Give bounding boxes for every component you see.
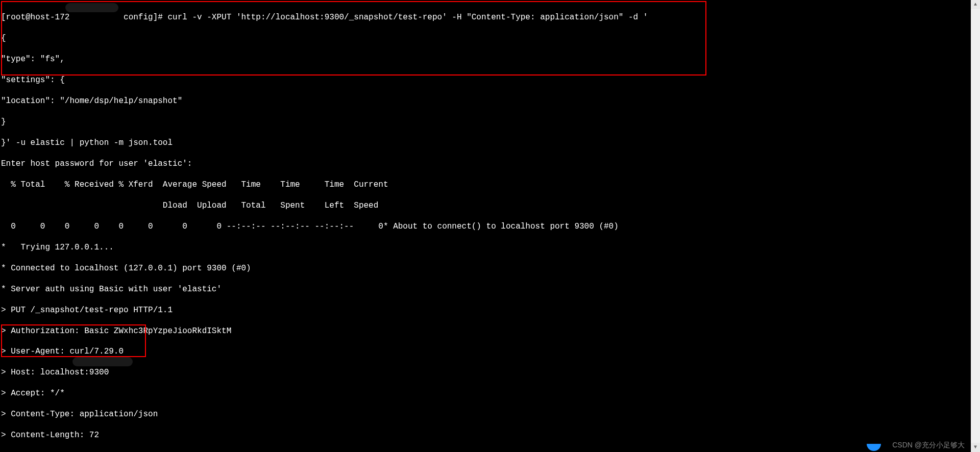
terminal-line: }' -u elastic | python -m json.tool xyxy=(1,138,979,148)
terminal-line: Enter host password for user 'elastic': xyxy=(1,159,979,169)
terminal-line: > Authorization: Basic ZWxhc3RpYzpeJiooR… xyxy=(1,326,979,336)
scroll-down-arrow-icon[interactable]: ▼ xyxy=(971,443,980,452)
terminal-line: * Connected to localhost (127.0.0.1) por… xyxy=(1,263,979,273)
terminal-line: % Total % Received % Xferd Average Speed… xyxy=(1,180,979,190)
vertical-scrollbar[interactable]: ▲ ▼ xyxy=(971,0,980,452)
watermark-text: CSDN @充分小足够大 xyxy=(892,441,965,450)
terminal-line: Dload Upload Total Spent Left Speed xyxy=(1,200,979,211)
terminal-line: > User-Agent: curl/7.29.0 xyxy=(1,346,979,357)
scroll-up-arrow-icon[interactable]: ▲ xyxy=(971,0,980,9)
terminal-line: } xyxy=(1,117,979,127)
terminal-line: 0 0 0 0 0 0 0 0 --:--:-- --:--:-- --:--:… xyxy=(1,221,979,232)
terminal-line: "location": "/home/dsp/help/snapshot" xyxy=(1,96,979,106)
terminal-line: > Content-Length: 72 xyxy=(1,430,979,440)
redaction-mask xyxy=(72,357,133,366)
terminal-line: > Content-Type: application/json xyxy=(1,409,979,419)
redaction-mask xyxy=(65,3,118,12)
terminal-line: > Host: localhost:9300 xyxy=(1,367,979,378)
terminal-line: > PUT /_snapshot/test-repo HTTP/1.1 xyxy=(1,305,979,315)
terminal-line: { xyxy=(1,33,979,43)
terminal-output[interactable]: [root@host-172 config]# curl -v -XPUT 'h… xyxy=(0,0,980,452)
terminal-line: > Accept: */* xyxy=(1,388,979,398)
terminal-line: * Trying 127.0.0.1... xyxy=(1,242,979,253)
terminal-line: "settings": { xyxy=(1,75,979,85)
terminal-line: "type": "fs", xyxy=(1,54,979,64)
scrollbar-track[interactable] xyxy=(971,9,980,443)
terminal-line: [root@host-172 config]# curl -v -XPUT 'h… xyxy=(1,12,979,22)
terminal-line: * Server auth using Basic with user 'ela… xyxy=(1,284,979,294)
